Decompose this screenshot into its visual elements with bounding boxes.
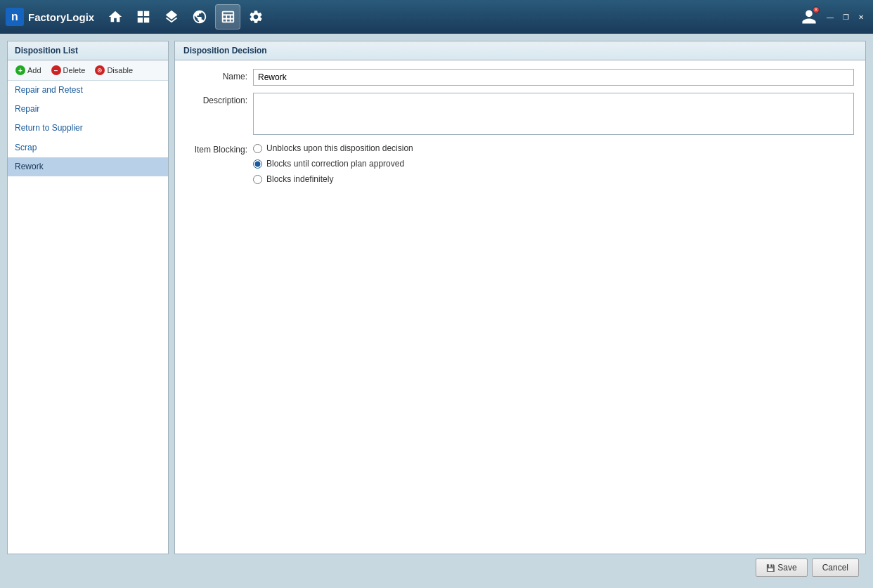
radio-blocks-correction-label: Blocks until correction plan approved [266,159,404,169]
add-icon: + [15,65,25,75]
radio-unblocks-label: Unblocks upon this disposition decision [266,143,413,153]
description-row: Description: [186,93,854,135]
logo-n-icon: n [6,8,24,26]
left-panel-header: Disposition List [8,41,168,60]
list-item-rework[interactable]: Rework [8,157,168,176]
radio-unblocks[interactable]: Unblocks upon this disposition decision [253,143,413,153]
delete-icon: − [51,65,61,75]
left-panel: Disposition List + Add − Delete ⊗ Disabl… [7,41,169,554]
radio-blocks-correction[interactable]: Blocks until correction plan approved [253,159,413,169]
list-item[interactable]: Return to Supplier [8,119,168,138]
main-area: Disposition List + Add − Delete ⊗ Disabl… [0,34,873,588]
description-label: Description: [186,93,253,105]
save-icon: 💾 [766,564,775,572]
nav-grid[interactable] [131,4,156,30]
list-item[interactable]: Repair and Retest [8,81,168,100]
item-blocking-label: Item Blocking: [186,142,253,155]
save-label: Save [777,563,796,573]
nav-settings[interactable] [243,4,269,30]
name-label: Name: [186,69,253,81]
cancel-button[interactable]: Cancel [812,558,859,577]
disable-label: Disable [107,66,133,74]
add-button[interactable]: + Add [13,64,44,77]
disable-icon: ⊗ [95,65,105,75]
radio-blocks-correction-input[interactable] [253,159,262,169]
name-input[interactable] [253,69,854,86]
form-area: Name: Description: Item Blocking: Unbloc… [175,60,865,554]
minimize-button[interactable]: — [824,11,836,23]
save-button[interactable]: 💾 Save [756,558,807,577]
nav-home[interactable] [103,4,128,30]
name-row: Name: [186,69,854,86]
cancel-label: Cancel [822,563,848,573]
title-bar: n FactoryLogix ✕ — ❐ ✕ [0,0,873,34]
nav-layers[interactable] [159,4,184,30]
radio-unblocks-input[interactable] [253,144,262,153]
nav-globe[interactable] [187,4,212,30]
disposition-list: Repair and Retest Repair Return to Suppl… [8,81,168,554]
content-wrapper: Disposition List + Add − Delete ⊗ Disabl… [7,41,866,554]
bottom-bar: 💾 Save Cancel [7,554,866,581]
list-item[interactable]: Scrap [8,138,168,157]
add-label: Add [27,66,41,74]
app-name: FactoryLogix [28,11,94,23]
radio-blocks-indefinitely[interactable]: Blocks indefinitely [253,174,413,184]
logo: n FactoryLogix [6,8,94,26]
disable-button[interactable]: ⊗ Disable [93,64,135,77]
delete-button[interactable]: − Delete [49,64,88,77]
list-item[interactable]: Repair [8,100,168,119]
radio-group: Unblocks upon this disposition decision … [253,142,413,184]
radio-blocks-indefinitely-label: Blocks indefinitely [266,174,333,184]
description-input[interactable] [253,93,854,135]
user-menu[interactable]: ✕ [797,5,821,29]
delete-label: Delete [63,66,86,74]
close-button[interactable]: ✕ [855,11,867,23]
right-panel: Disposition Decision Name: Description: … [174,41,866,554]
user-badge: ✕ [813,6,820,13]
toolbar: + Add − Delete ⊗ Disable [8,60,168,81]
radio-blocks-indefinitely-input[interactable] [253,175,262,184]
nav-table[interactable] [215,4,240,30]
right-panel-header: Disposition Decision [175,41,865,60]
restore-button[interactable]: ❐ [839,11,852,23]
item-blocking-row: Item Blocking: Unblocks upon this dispos… [186,142,854,184]
